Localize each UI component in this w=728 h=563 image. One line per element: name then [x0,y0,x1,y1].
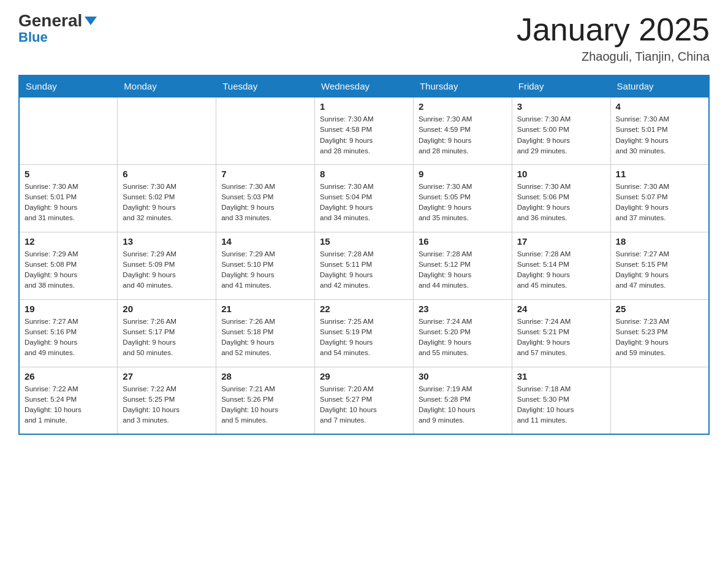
day-number: 28 [221,371,309,381]
column-header-monday: Monday [118,75,216,97]
day-number: 16 [419,236,507,247]
calendar-cell: 24Sunrise: 7:24 AMSunset: 5:21 PMDayligh… [512,299,610,367]
calendar-cell [118,97,216,164]
calendar-cell: 6Sunrise: 7:30 AMSunset: 5:02 PMDaylight… [118,164,216,232]
logo: General Blue [18,12,97,44]
header-row: SundayMondayTuesdayWednesdayThursdayFrid… [19,75,709,97]
calendar-cell: 16Sunrise: 7:28 AMSunset: 5:12 PMDayligh… [413,232,512,299]
day-info: Sunrise: 7:29 AMSunset: 5:10 PMDaylight:… [221,249,309,291]
day-info: Sunrise: 7:20 AMSunset: 5:27 PMDaylight:… [320,384,408,426]
day-number: 22 [320,304,408,314]
month-title: January 2025 [517,12,710,47]
column-header-sunday: Sunday [19,75,118,97]
day-number: 15 [320,236,408,247]
day-info: Sunrise: 7:30 AMSunset: 5:04 PMDaylight:… [320,182,408,224]
week-row-3: 12Sunrise: 7:29 AMSunset: 5:08 PMDayligh… [19,232,709,299]
day-info: Sunrise: 7:30 AMSunset: 5:02 PMDaylight:… [123,182,211,224]
calendar-cell: 19Sunrise: 7:27 AMSunset: 5:16 PMDayligh… [19,299,118,367]
day-number: 29 [320,371,408,381]
calendar-cell: 8Sunrise: 7:30 AMSunset: 5:04 PMDaylight… [315,164,414,232]
day-info: Sunrise: 7:26 AMSunset: 5:18 PMDaylight:… [221,316,309,359]
calendar-cell: 7Sunrise: 7:30 AMSunset: 5:03 PMDaylight… [216,164,315,232]
day-number: 24 [517,304,605,314]
day-info: Sunrise: 7:30 AMSunset: 5:03 PMDaylight:… [221,182,309,224]
calendar-cell: 4Sunrise: 7:30 AMSunset: 5:01 PMDaylight… [610,97,709,164]
day-info: Sunrise: 7:30 AMSunset: 5:05 PMDaylight:… [419,182,507,224]
day-number: 21 [221,304,309,314]
column-header-wednesday: Wednesday [315,75,414,97]
calendar-cell: 23Sunrise: 7:24 AMSunset: 5:20 PMDayligh… [413,299,512,367]
week-row-1: 1Sunrise: 7:30 AMSunset: 4:58 PMDaylight… [19,97,709,164]
day-info: Sunrise: 7:27 AMSunset: 5:16 PMDaylight:… [25,316,112,359]
calendar-cell: 14Sunrise: 7:29 AMSunset: 5:10 PMDayligh… [216,232,315,299]
day-info: Sunrise: 7:25 AMSunset: 5:19 PMDaylight:… [320,316,408,359]
week-row-4: 19Sunrise: 7:27 AMSunset: 5:16 PMDayligh… [19,299,709,367]
calendar-cell: 31Sunrise: 7:18 AMSunset: 5:30 PMDayligh… [512,367,610,434]
calendar-cell: 2Sunrise: 7:30 AMSunset: 4:59 PMDaylight… [413,97,512,164]
day-info: Sunrise: 7:30 AMSunset: 5:01 PMDaylight:… [616,114,703,156]
calendar-cell: 9Sunrise: 7:30 AMSunset: 5:05 PMDaylight… [413,164,512,232]
day-info: Sunrise: 7:27 AMSunset: 5:15 PMDaylight:… [616,249,703,291]
day-info: Sunrise: 7:29 AMSunset: 5:09 PMDaylight:… [123,249,211,291]
calendar-cell: 22Sunrise: 7:25 AMSunset: 5:19 PMDayligh… [315,299,414,367]
calendar-cell: 18Sunrise: 7:27 AMSunset: 5:15 PMDayligh… [610,232,709,299]
day-info: Sunrise: 7:30 AMSunset: 4:59 PMDaylight:… [419,114,507,156]
logo-general-text: General [18,11,82,30]
day-number: 12 [25,236,112,247]
day-number: 4 [616,101,703,112]
calendar-cell: 30Sunrise: 7:19 AMSunset: 5:28 PMDayligh… [413,367,512,434]
day-number: 3 [517,101,605,112]
day-info: Sunrise: 7:28 AMSunset: 5:12 PMDaylight:… [419,249,507,291]
day-info: Sunrise: 7:30 AMSunset: 5:06 PMDaylight:… [517,182,605,224]
day-number: 27 [123,371,211,381]
calendar-cell: 13Sunrise: 7:29 AMSunset: 5:09 PMDayligh… [118,232,216,299]
calendar-cell: 5Sunrise: 7:30 AMSunset: 5:01 PMDaylight… [19,164,118,232]
day-info: Sunrise: 7:26 AMSunset: 5:17 PMDaylight:… [123,316,211,359]
day-number: 20 [123,304,211,314]
day-info: Sunrise: 7:21 AMSunset: 5:26 PMDaylight:… [221,384,309,426]
title-area: January 2025 Zhaoguli, Tianjin, China [517,12,710,64]
column-header-tuesday: Tuesday [216,75,315,97]
logo-blue-text: Blue [18,31,48,44]
day-info: Sunrise: 7:24 AMSunset: 5:21 PMDaylight:… [517,316,605,359]
page-header: General Blue January 2025 Zhaoguli, Tian… [18,12,710,64]
day-info: Sunrise: 7:28 AMSunset: 5:14 PMDaylight:… [517,249,605,291]
day-number: 9 [419,169,507,179]
calendar-cell: 21Sunrise: 7:26 AMSunset: 5:18 PMDayligh… [216,299,315,367]
day-info: Sunrise: 7:24 AMSunset: 5:20 PMDaylight:… [419,316,507,359]
calendar-header: SundayMondayTuesdayWednesdayThursdayFrid… [19,75,709,97]
calendar-cell: 29Sunrise: 7:20 AMSunset: 5:27 PMDayligh… [315,367,414,434]
day-number: 19 [25,304,112,314]
column-header-friday: Friday [512,75,610,97]
calendar-cell: 11Sunrise: 7:30 AMSunset: 5:07 PMDayligh… [610,164,709,232]
day-number: 26 [25,371,112,381]
day-number: 7 [221,169,309,179]
day-info: Sunrise: 7:19 AMSunset: 5:28 PMDaylight:… [419,384,507,426]
logo-general: General [18,12,97,29]
calendar-cell [610,367,709,434]
calendar-body: 1Sunrise: 7:30 AMSunset: 4:58 PMDaylight… [19,97,709,434]
day-number: 14 [221,236,309,247]
column-header-thursday: Thursday [413,75,512,97]
day-number: 6 [123,169,211,179]
day-info: Sunrise: 7:22 AMSunset: 5:24 PMDaylight:… [25,384,112,426]
calendar-cell: 10Sunrise: 7:30 AMSunset: 5:06 PMDayligh… [512,164,610,232]
logo-arrow-icon [85,17,97,25]
day-number: 1 [320,101,408,112]
calendar-cell: 15Sunrise: 7:28 AMSunset: 5:11 PMDayligh… [315,232,414,299]
calendar-cell: 17Sunrise: 7:28 AMSunset: 5:14 PMDayligh… [512,232,610,299]
day-number: 13 [123,236,211,247]
day-info: Sunrise: 7:18 AMSunset: 5:30 PMDaylight:… [517,384,605,426]
day-info: Sunrise: 7:29 AMSunset: 5:08 PMDaylight:… [25,249,112,291]
calendar-cell: 1Sunrise: 7:30 AMSunset: 4:58 PMDaylight… [315,97,414,164]
calendar-cell: 20Sunrise: 7:26 AMSunset: 5:17 PMDayligh… [118,299,216,367]
calendar-cell [19,97,118,164]
day-info: Sunrise: 7:30 AMSunset: 5:07 PMDaylight:… [616,182,703,224]
day-info: Sunrise: 7:30 AMSunset: 4:58 PMDaylight:… [320,114,408,156]
calendar-cell: 26Sunrise: 7:22 AMSunset: 5:24 PMDayligh… [19,367,118,434]
day-info: Sunrise: 7:30 AMSunset: 5:01 PMDaylight:… [25,182,112,224]
day-number: 31 [517,371,605,381]
week-row-5: 26Sunrise: 7:22 AMSunset: 5:24 PMDayligh… [19,367,709,434]
day-number: 11 [616,169,703,179]
calendar-cell: 25Sunrise: 7:23 AMSunset: 5:23 PMDayligh… [610,299,709,367]
